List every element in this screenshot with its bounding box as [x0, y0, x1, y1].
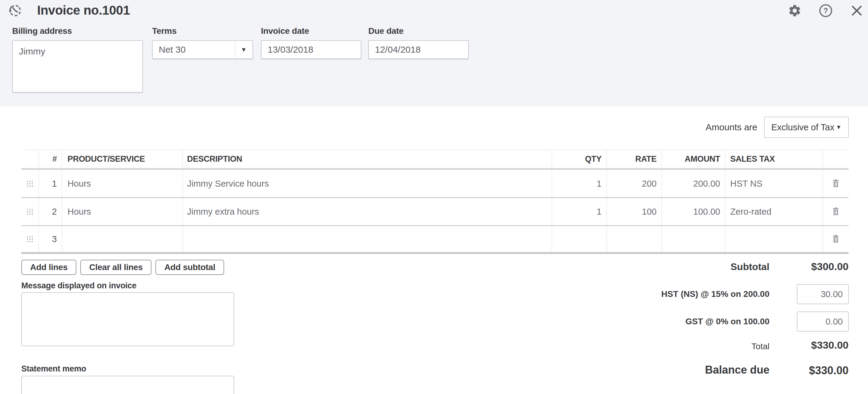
close-button[interactable]	[849, 4, 864, 18]
clear-all-lines-button[interactable]: Clear all lines	[80, 260, 151, 275]
table-row: 1 Hours Jimmy Service hours 1 200 200.00…	[21, 170, 848, 198]
amounts-are-select[interactable]: Exclusive of Tax ▼	[764, 117, 849, 138]
terms-select[interactable]: Net 30 ▼	[152, 40, 253, 59]
sales-tax-cell[interactable]: Zero-rated	[725, 198, 823, 225]
gear-icon	[788, 4, 802, 19]
help-icon: ?	[819, 4, 833, 19]
total-label: Total	[751, 342, 770, 351]
table-header-row: # PRODUCT/SERVICE DESCRIPTION QTY RATE A…	[21, 150, 848, 170]
settings-button[interactable]	[787, 4, 802, 18]
rate-cell[interactable]: 100	[607, 198, 661, 225]
product-cell[interactable]: Hours	[62, 198, 183, 225]
sales-tax-cell[interactable]	[725, 226, 823, 252]
terms-field: Terms Net 30 ▼	[152, 26, 253, 59]
invoice-date-label: Invoice date	[261, 26, 361, 36]
amounts-are-selected-value: Exclusive of Tax	[771, 122, 834, 133]
invoice-header-panel: Invoice no.1001 ?	[0, 0, 868, 107]
invoice-message-label: Message displayed on invoice	[21, 281, 136, 290]
drag-handle-icon[interactable]	[21, 198, 39, 225]
total-value: $330.00	[811, 339, 848, 351]
line-items-table: # PRODUCT/SERVICE DESCRIPTION QTY RATE A…	[21, 150, 848, 254]
rate-cell[interactable]: 200	[607, 170, 661, 197]
recurring-clock-icon	[7, 4, 22, 18]
amounts-are-label: Amounts are	[706, 122, 757, 133]
amount-cell[interactable]	[661, 226, 725, 252]
column-header-product: PRODUCT/SERVICE	[62, 150, 183, 168]
qty-cell[interactable]: 1	[552, 170, 607, 197]
column-header-number: #	[39, 150, 62, 168]
trash-icon	[831, 206, 841, 217]
invoice-date-field: Invoice date	[261, 26, 361, 59]
column-header-sales-tax: SALES TAX	[725, 150, 823, 168]
billing-address-field: Billing address Jimmy	[12, 26, 143, 94]
row-number: 3	[39, 226, 62, 252]
close-icon	[850, 4, 863, 18]
due-date-input[interactable]	[368, 40, 469, 59]
product-cell[interactable]: Hours	[62, 170, 183, 197]
header-actions: ?	[787, 4, 864, 18]
invoice-date-input[interactable]	[261, 40, 361, 59]
subtotal-value: $300.00	[811, 261, 848, 273]
description-cell[interactable]	[183, 226, 552, 252]
balance-due-label: Balance due	[705, 364, 770, 376]
row-number: 1	[39, 170, 62, 197]
hst-tax-label: HST (NS) @ 15% on 200.00	[661, 289, 770, 299]
table-row: 2 Hours Jimmy extra hours 1 100 100.00 Z…	[21, 198, 848, 226]
amount-cell[interactable]: 200.00	[661, 170, 725, 197]
triangle-down-icon: ▼	[836, 124, 841, 131]
help-button[interactable]: ?	[818, 4, 833, 18]
billing-address-input[interactable]: Jimmy	[12, 40, 143, 92]
subtotal-label: Subtotal	[731, 261, 770, 273]
drag-handle-icon[interactable]	[21, 226, 39, 252]
terms-selected-value: Net 30	[153, 45, 235, 55]
add-subtotal-button[interactable]: Add subtotal	[155, 260, 224, 275]
row-number: 2	[39, 198, 62, 225]
amount-cell[interactable]: 100.00	[661, 198, 725, 225]
delete-line-button[interactable]	[823, 226, 848, 252]
due-date-field: Due date	[368, 26, 469, 59]
column-header-rate: RATE	[607, 150, 661, 168]
table-actions: Add lines Clear all lines Add subtotal	[21, 260, 224, 275]
hst-amount-input[interactable]	[797, 284, 849, 304]
sales-tax-cell[interactable]: HST NS	[725, 170, 823, 197]
triangle-down-icon: ▼	[241, 46, 247, 53]
terms-label: Terms	[152, 26, 253, 36]
due-date-label: Due date	[368, 26, 469, 36]
column-header-qty: QTY	[552, 150, 607, 168]
delete-line-button[interactable]	[823, 170, 848, 197]
qty-cell[interactable]: 1	[552, 198, 607, 225]
delete-line-button[interactable]	[823, 198, 848, 225]
invoice-form-page: Invoice no.1001 ?	[0, 0, 868, 394]
invoice-message-input[interactable]	[21, 292, 234, 346]
trash-icon	[831, 178, 841, 189]
qty-cell[interactable]	[552, 226, 607, 252]
column-header-actions	[823, 150, 848, 168]
statement-memo-input[interactable]	[21, 376, 234, 394]
table-row: 3	[21, 226, 848, 254]
balance-due-value: $330.00	[809, 364, 848, 377]
product-cell[interactable]	[62, 226, 183, 252]
billing-address-label: Billing address	[12, 26, 143, 36]
column-header-description: DESCRIPTION	[183, 150, 552, 168]
trash-icon	[831, 234, 841, 245]
column-header-amount: AMOUNT	[661, 150, 725, 168]
column-header-handle	[21, 150, 39, 168]
rate-cell[interactable]	[607, 226, 661, 252]
add-lines-button[interactable]: Add lines	[21, 260, 76, 275]
statement-memo-label: Statement memo	[21, 364, 86, 374]
page-title: Invoice no.1001	[37, 3, 130, 18]
gst-tax-label: GST @ 0% on 100.00	[685, 317, 770, 327]
drag-handle-icon[interactable]	[21, 170, 39, 197]
question-mark-glyph: ?	[823, 6, 828, 15]
description-cell[interactable]: Jimmy extra hours	[183, 198, 552, 225]
terms-dropdown-zone[interactable]: ▼	[235, 41, 252, 58]
gst-amount-input[interactable]	[797, 311, 849, 332]
description-cell[interactable]: Jimmy Service hours	[183, 170, 552, 197]
